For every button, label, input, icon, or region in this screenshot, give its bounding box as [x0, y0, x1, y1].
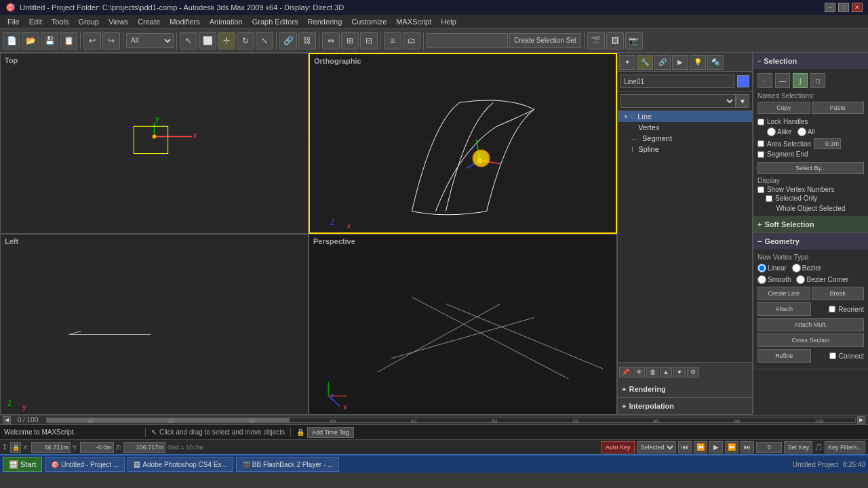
select-move-button[interactable]: ✛	[218, 32, 235, 49]
motion-panel-button[interactable]: ▶	[672, 55, 688, 70]
object-color-swatch[interactable]	[737, 75, 749, 87]
attach-button[interactable]: Attach	[757, 302, 811, 316]
modify-panel-button[interactable]: 🔧	[637, 55, 653, 70]
array-button[interactable]: ⊞	[341, 32, 359, 49]
taskbar-item-flashback[interactable]: 🎬 BB FlashBack 2 Player - ...	[236, 457, 340, 472]
tree-item-line[interactable]: ▼ □ Line	[618, 111, 752, 122]
menu-maxscript[interactable]: MAXScript	[391, 17, 436, 26]
select-scale-button[interactable]: ⤡	[256, 32, 273, 49]
bezier-corner-radio[interactable]	[796, 275, 805, 284]
render-setup-button[interactable]: 🎬	[587, 32, 605, 49]
display-panel-button[interactable]: 💡	[690, 55, 706, 70]
connect-checkbox[interactable]	[829, 352, 836, 359]
configure-button[interactable]: ⚙	[687, 367, 699, 378]
viewport-left[interactable]: Left Z y	[0, 234, 309, 415]
z-coord-input[interactable]	[123, 442, 165, 453]
menu-modifiers[interactable]: Modifiers	[165, 17, 205, 26]
cross-section-button[interactable]: Cross Section	[757, 333, 864, 347]
smooth-radio[interactable]	[757, 275, 766, 284]
align-button[interactable]: ⊟	[360, 32, 378, 49]
all-radio-label[interactable]: All	[797, 127, 815, 136]
refine-button[interactable]: Refine	[757, 349, 811, 363]
all-radio[interactable]	[797, 127, 806, 136]
save-as-button[interactable]: 📋	[60, 32, 77, 49]
area-selection-input[interactable]	[814, 138, 841, 149]
lock-btn[interactable]: 🔒	[10, 442, 21, 453]
menu-customize[interactable]: Customize	[347, 17, 391, 26]
manage-layer-button[interactable]: ≡	[384, 32, 401, 49]
spline-sel-icon[interactable]: ∫	[793, 73, 808, 88]
create-selection-set-input[interactable]	[427, 33, 508, 48]
linear-radio-label[interactable]: Linear	[757, 264, 787, 272]
create-panel-button[interactable]: ✦	[619, 55, 635, 70]
alike-radio-label[interactable]: Alike	[767, 127, 792, 136]
segment-sel-icon[interactable]: —	[775, 73, 790, 88]
link-button[interactable]: 🔗	[279, 32, 297, 49]
modifier-dropdown[interactable]	[620, 94, 736, 108]
menu-rendering[interactable]: Rendering	[303, 17, 347, 26]
goto-end-button[interactable]: ⏭	[741, 441, 754, 453]
undo-button[interactable]: ↩	[83, 32, 101, 49]
bezier-radio-label[interactable]: Bezier	[792, 264, 821, 272]
add-time-tag-button[interactable]: Add Time Tag	[307, 427, 354, 438]
select-rotate-button[interactable]: ↻	[237, 32, 254, 49]
tree-item-spline[interactable]: ∫ Spline	[618, 144, 752, 155]
select-tool-button[interactable]: ↖	[180, 32, 197, 49]
show-vertex-numbers-checkbox[interactable]	[757, 186, 764, 193]
y-coord-input[interactable]	[80, 442, 114, 453]
attach-mult-button[interactable]: Attach Mult.	[757, 318, 864, 331]
reorient-checkbox[interactable]	[829, 306, 835, 312]
menu-file[interactable]: File	[3, 17, 24, 26]
move-up-button[interactable]: ▲	[660, 367, 672, 378]
hierarchy-panel-button[interactable]: 🔗	[654, 55, 671, 70]
menu-edit[interactable]: Edit	[24, 17, 47, 26]
menu-group[interactable]: Group	[73, 17, 104, 26]
modifier-options-button[interactable]: ▼	[736, 94, 749, 108]
create-line-button[interactable]: Create Line	[757, 287, 810, 300]
goto-start-button[interactable]: ⏮	[678, 441, 692, 453]
mirror-button[interactable]: ⇔	[322, 32, 340, 49]
bezier-radio[interactable]	[792, 264, 801, 272]
close-button[interactable]: ✕	[852, 3, 863, 12]
geometry-section-header[interactable]: − Geometry	[753, 233, 868, 249]
taskbar-item-photoshop[interactable]: 🖼 Adobe Photoshop CS4 Ex...	[127, 457, 233, 472]
auto-key-button[interactable]: Auto Key	[601, 441, 635, 453]
timeline-scroll-right[interactable]: ▶	[857, 416, 865, 424]
start-button[interactable]: 🪟 Start	[3, 457, 42, 472]
linear-radio[interactable]	[757, 264, 766, 272]
viewport-top[interactable]: Top x y	[0, 53, 309, 234]
menu-create[interactable]: Create	[133, 17, 165, 26]
viewport-ortho[interactable]: Orthographic	[309, 53, 617, 234]
create-selection-set-button[interactable]: Create Selection Set	[509, 33, 581, 48]
tree-item-segment[interactable]: — Segment	[618, 133, 752, 144]
key-filters-button[interactable]: Key Filters...	[825, 441, 865, 453]
menu-help[interactable]: Help	[436, 17, 461, 26]
viewport-perspective[interactable]: Perspective Z x	[309, 234, 617, 415]
render-frame-button[interactable]: 📷	[625, 32, 643, 49]
scene-explorer-button[interactable]: 🗂	[403, 32, 420, 49]
redo-button[interactable]: ↪	[102, 32, 120, 49]
x-coord-input[interactable]	[31, 442, 71, 453]
object-name-input[interactable]: Line01	[620, 75, 734, 88]
pin-stack-button[interactable]: 📌	[619, 367, 631, 378]
menu-tools[interactable]: Tools	[47, 17, 74, 26]
smooth-radio-label[interactable]: Smooth	[757, 275, 791, 284]
rendering-section-header[interactable]: + Rendering	[618, 381, 752, 397]
utility-panel-button[interactable]: 🔩	[707, 55, 724, 70]
bezier-corner-radio-label[interactable]: Bezier Corner	[796, 275, 848, 284]
lock-handles-checkbox[interactable]	[757, 119, 764, 125]
timeline-track[interactable]: 10 20 30 40 50 60 70 80 90 100	[46, 418, 856, 423]
move-down-button[interactable]: ▼	[673, 367, 686, 378]
segment-end-checkbox[interactable]	[757, 151, 764, 158]
selected-only-checkbox[interactable]	[766, 195, 772, 202]
open-file-button[interactable]: 📂	[22, 32, 39, 49]
maximize-button[interactable]: □	[838, 3, 849, 12]
unlink-button[interactable]: ⛓	[298, 32, 316, 49]
tree-item-vertex[interactable]: · Vertex	[618, 122, 752, 133]
area-selection-checkbox[interactable]	[757, 140, 764, 147]
play-button[interactable]: ▶	[709, 441, 723, 453]
break-button[interactable]: Break	[812, 287, 865, 300]
vertex-sel-icon[interactable]: ·	[757, 73, 772, 88]
soft-selection-header[interactable]: + Soft Selection	[753, 216, 868, 232]
timeline-scroll-left[interactable]: ◀	[3, 416, 11, 424]
